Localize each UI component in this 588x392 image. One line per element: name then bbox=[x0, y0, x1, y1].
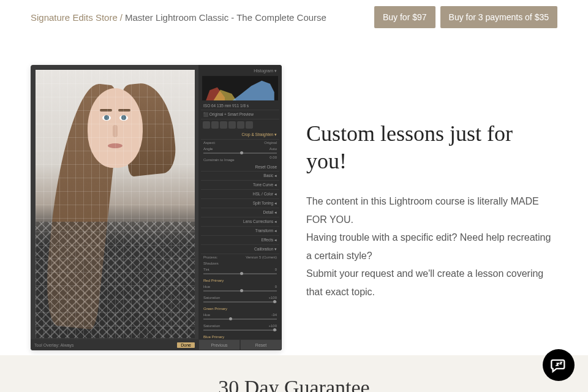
preview-row: ⬛ Original + Smart Preview bbox=[201, 110, 279, 119]
effects-panel: Effects ◂ bbox=[201, 236, 279, 245]
page-header: Signature Edits Store / Master Lightroom… bbox=[0, 0, 588, 34]
spot-tool-icon bbox=[211, 121, 219, 129]
brush-tool-icon bbox=[246, 121, 253, 129]
red-primary-label: Red Primary bbox=[201, 277, 279, 284]
split-panel: Split Toning ◂ bbox=[201, 199, 279, 208]
lightroom-bottom-bar: Tool Overlay: Always Done bbox=[31, 339, 198, 350]
gradient-tool-icon bbox=[228, 121, 236, 129]
calibration-panel-header: Calibration ▾ bbox=[201, 245, 279, 254]
radial-tool-icon bbox=[237, 121, 244, 129]
basic-panel: Basic ◂ bbox=[201, 172, 279, 181]
green-primary-label: Green Primary bbox=[201, 306, 279, 312]
guarantee-section: 30 Day Guarantee bbox=[0, 355, 588, 392]
detail-panel: Detail ◂ bbox=[201, 208, 279, 217]
exif-row: ISO 64 135 mm f/11 1/8 s bbox=[201, 102, 279, 110]
aspect-row: Aspect:Original bbox=[201, 140, 279, 146]
lightroom-screenshot: Histogram ▾ ISO 64 135 mm f/11 1/8 s ⬛ O… bbox=[31, 65, 282, 350]
red-hue-row: Hue0 bbox=[201, 284, 279, 295]
chat-sleep-icon bbox=[550, 356, 567, 374]
section-para-3: Submit your request and we'll create a l… bbox=[306, 265, 557, 301]
previous-button: Previous bbox=[198, 339, 240, 350]
section-heading: Custom lessons just for you! bbox=[306, 120, 557, 175]
lightroom-canvas bbox=[36, 70, 195, 338]
breadcrumb-separator: / bbox=[120, 12, 123, 23]
section-text: Custom lessons just for you! The content… bbox=[306, 65, 557, 301]
crop-grid-overlay bbox=[36, 70, 195, 338]
breadcrumb-course-title: Master Lightroom Classic - The Complete … bbox=[125, 12, 326, 23]
breadcrumb-store-link[interactable]: Signature Edits Store bbox=[31, 12, 118, 23]
reset-button: Reset bbox=[240, 339, 282, 350]
buy-full-button[interactable]: Buy for $97 bbox=[374, 6, 435, 28]
crop-tool-icon bbox=[203, 121, 210, 129]
histogram-label: Histogram ▾ bbox=[201, 67, 279, 75]
chat-widget-button[interactable] bbox=[543, 349, 575, 381]
hsl-panel: HSL / Color ◂ bbox=[201, 190, 279, 199]
shadows-label: Shadows bbox=[201, 260, 279, 266]
constrain-row: Constrain to Image bbox=[201, 157, 279, 163]
breadcrumb: Signature Edits Store / Master Lightroom… bbox=[31, 12, 326, 23]
process-row: Process:Version 5 (Current) bbox=[201, 254, 279, 260]
angle-row: AngleAuto0.00 bbox=[201, 146, 279, 157]
transform-panel: Transform ◂ bbox=[201, 227, 279, 236]
guarantee-heading: 30 Day Guarantee bbox=[218, 376, 369, 392]
buy-plan-button[interactable]: Buy for 3 payments of $35 bbox=[440, 6, 557, 28]
buy-button-group: Buy for $97 Buy for 3 payments of $35 bbox=[374, 6, 557, 28]
main-content: Histogram ▾ ISO 64 135 mm f/11 1/8 s ⬛ O… bbox=[0, 34, 588, 369]
reset-close-row: Reset Close bbox=[201, 163, 279, 172]
lens-panel: Lens Corrections ◂ bbox=[201, 217, 279, 227]
done-button: Done bbox=[177, 342, 195, 348]
tint-row: Tint0 bbox=[201, 266, 279, 277]
green-sat-row: Saturation+100 bbox=[201, 323, 279, 334]
section-para-1: The content in this Lightroom course is … bbox=[306, 192, 557, 228]
redeye-tool-icon bbox=[220, 121, 227, 129]
crop-panel-header: Crop & Straighten ▾ bbox=[201, 130, 279, 140]
histogram bbox=[202, 76, 278, 100]
section-para-2: Having trouble with a specific edit? Nee… bbox=[306, 228, 557, 265]
lightroom-develop-panel: Histogram ▾ ISO 64 135 mm f/11 1/8 s ⬛ O… bbox=[198, 65, 282, 350]
previous-reset-bar: Previous Reset bbox=[198, 339, 282, 350]
red-sat-row: Saturation+100 bbox=[201, 295, 279, 306]
tool-strip bbox=[201, 119, 279, 130]
tone-panel: Tone Curve ◂ bbox=[201, 181, 279, 190]
green-hue-row: Hue-34 bbox=[201, 312, 279, 323]
